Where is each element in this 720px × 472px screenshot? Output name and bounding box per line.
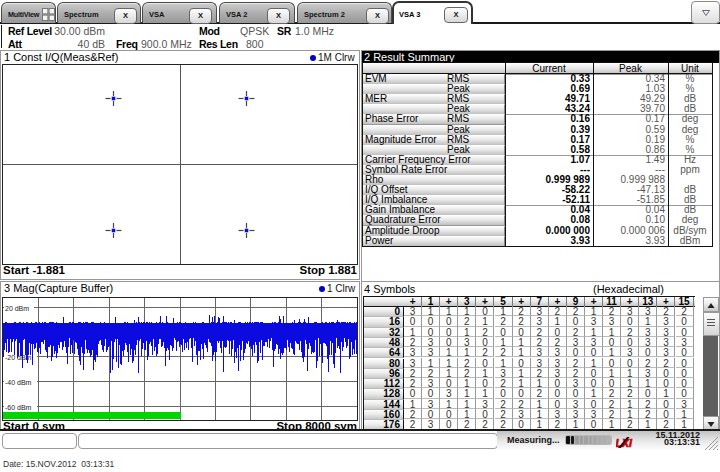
svg-text:-40 dBm: -40 dBm <box>5 379 32 386</box>
svg-text:-60 dBm: -60 dBm <box>5 404 32 411</box>
svg-text:20 dBm: 20 dBm <box>5 305 29 312</box>
